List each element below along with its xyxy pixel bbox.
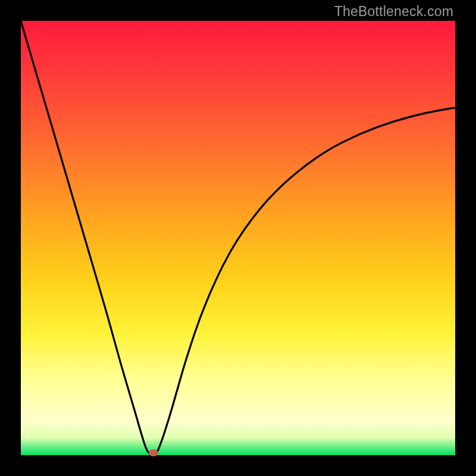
minimum-marker bbox=[149, 449, 158, 456]
watermark-text: TheBottleneck.com bbox=[334, 4, 453, 20]
bottleneck-curve bbox=[21, 21, 455, 455]
curve-svg bbox=[21, 21, 455, 455]
chart-frame: TheBottleneck.com bbox=[0, 0, 476, 476]
